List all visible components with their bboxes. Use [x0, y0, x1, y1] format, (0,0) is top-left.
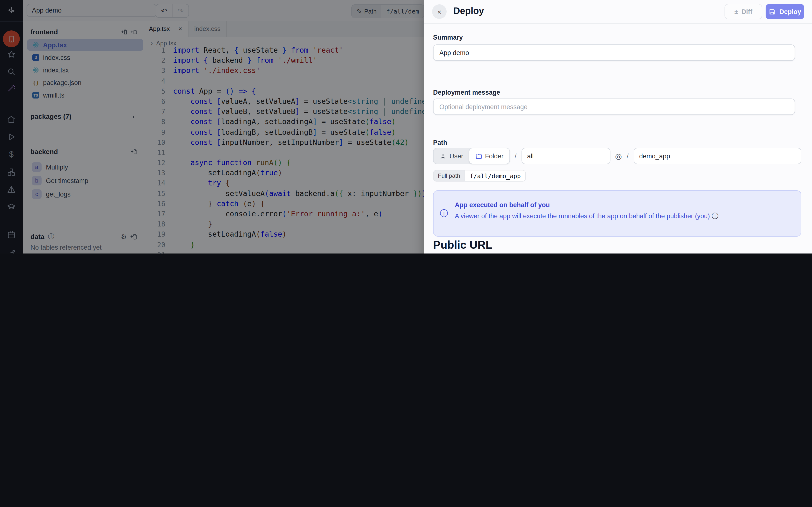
modal-backdrop[interactable]	[0, 0, 424, 253]
deploy-button[interactable]: Deploy	[766, 4, 804, 19]
path-folder-input[interactable]	[521, 148, 610, 164]
drawer-header: × Deploy ± Diff Deploy	[424, 0, 812, 24]
owner-user-button[interactable]: User	[434, 148, 469, 164]
owner-folder-button[interactable]: Folder	[469, 148, 510, 164]
close-drawer-button[interactable]: ×	[432, 4, 447, 19]
full-path-label: Full path	[433, 170, 464, 181]
info-icon[interactable]: ⓘ	[712, 212, 718, 220]
summary-label: Summary	[433, 34, 463, 41]
diff-button-label: Diff	[742, 8, 752, 15]
drawer-title: Deploy	[453, 6, 484, 16]
target-icon[interactable]: ◎	[615, 151, 622, 161]
deploy-drawer: × Deploy ± Diff Deploy Summary Deploymen…	[424, 0, 812, 253]
full-path-row: Full path f/all/demo_app	[433, 170, 526, 181]
full-path-value: f/all/demo_app	[464, 170, 526, 181]
diff-icon: ±	[734, 8, 738, 15]
info-icon: ⓘ	[440, 208, 448, 219]
path-separator: /	[627, 152, 628, 160]
summary-input[interactable]	[433, 44, 795, 61]
path-separator: /	[515, 152, 517, 160]
deployment-message-label: Deployment message	[433, 89, 500, 96]
folder-icon	[475, 152, 482, 160]
deployment-message-input[interactable]	[433, 99, 795, 115]
banner-body: A viewer of the app will execute the run…	[455, 212, 718, 221]
behalf-info-banner: ⓘ App executed on behalf of you A viewer…	[433, 190, 801, 237]
public-url-heading: Public URL	[433, 238, 492, 251]
owner-kind-toggle: User Folder	[433, 148, 510, 164]
owner-user-label: User	[450, 152, 463, 160]
save-icon	[769, 8, 776, 15]
deploy-button-label: Deploy	[779, 8, 801, 15]
path-label: Path	[433, 139, 447, 146]
diff-button[interactable]: ± Diff	[724, 4, 762, 19]
app-window: ↶ ↷ ✎Path f/all/dem $✉⚙ frontend App.tsx…	[0, 0, 812, 253]
path-name-input[interactable]	[633, 148, 801, 164]
banner-title: App executed on behalf of you	[455, 201, 550, 209]
close-icon: ×	[437, 7, 442, 16]
owner-folder-label: Folder	[485, 152, 504, 160]
person-icon	[439, 152, 447, 160]
